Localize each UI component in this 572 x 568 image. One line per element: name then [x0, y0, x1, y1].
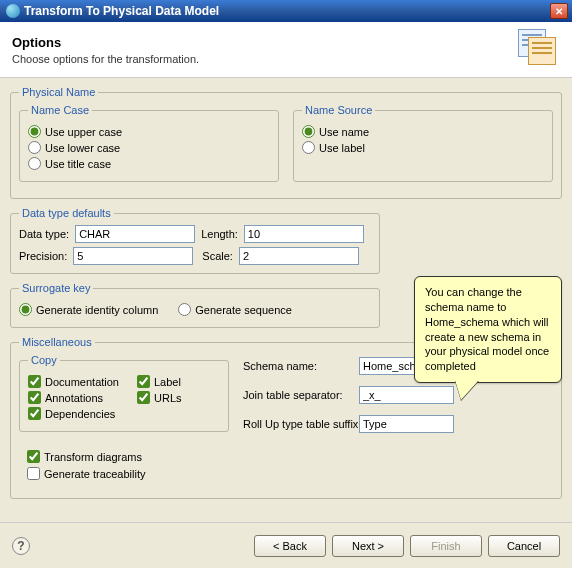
help-icon: ? [17, 539, 24, 553]
data-type-defaults-group: Data type defaults Data type: Length: Pr… [10, 207, 380, 274]
name-case-group: Name Case Use upper case Use lower case … [19, 104, 279, 182]
radio-use-label-label: Use label [319, 142, 365, 154]
back-button[interactable]: < Back [254, 535, 326, 557]
name-case-legend: Name Case [28, 104, 92, 116]
check-transform-diagrams[interactable] [27, 450, 40, 463]
miscellaneous-legend: Miscellaneous [19, 336, 95, 348]
titlebar: Transform To Physical Data Model ✕ [0, 0, 572, 22]
radio-use-name[interactable] [302, 125, 315, 138]
data-type-defaults-legend: Data type defaults [19, 207, 114, 219]
radio-identity-label: Generate identity column [36, 304, 158, 316]
radio-upper-label: Use upper case [45, 126, 122, 138]
scale-label: Scale: [202, 250, 233, 262]
page-subtitle: Choose options for the transformation. [12, 53, 518, 65]
cancel-button[interactable]: Cancel [488, 535, 560, 557]
check-dependencies-label: Dependencies [45, 408, 115, 420]
radio-sequence-label: Generate sequence [195, 304, 292, 316]
check-generate-traceability-label: Generate traceability [44, 468, 146, 480]
check-label[interactable] [137, 375, 150, 388]
app-icon [6, 4, 20, 18]
check-transform-diagrams-label: Transform diagrams [44, 451, 142, 463]
data-type-label: Data type: [19, 228, 69, 240]
page-title: Options [12, 35, 518, 50]
header: Options Choose options for the transform… [0, 22, 572, 78]
radio-use-name-label: Use name [319, 126, 369, 138]
close-icon: ✕ [555, 6, 563, 17]
schema-name-label: Schema name: [243, 360, 353, 372]
join-sep-input[interactable] [359, 386, 454, 404]
check-documentation[interactable] [28, 375, 41, 388]
callout-tooltip: You can change the schema name to Home_s… [414, 276, 562, 383]
help-button[interactable]: ? [12, 537, 30, 555]
rollup-label: Roll Up type table suffix: [243, 418, 353, 430]
precision-label: Precision: [19, 250, 67, 262]
copy-legend: Copy [28, 354, 60, 366]
check-annotations[interactable] [28, 391, 41, 404]
name-source-group: Name Source Use name Use label [293, 104, 553, 182]
header-icon [518, 29, 560, 71]
check-generate-traceability[interactable] [27, 467, 40, 480]
scale-input[interactable] [239, 247, 359, 265]
length-label: Length: [201, 228, 238, 240]
radio-lower-case[interactable] [28, 141, 41, 154]
physical-name-legend: Physical Name [19, 86, 98, 98]
radio-identity-column[interactable] [19, 303, 32, 316]
surrogate-key-group: Surrogate key Generate identity column G… [10, 282, 380, 328]
name-source-legend: Name Source [302, 104, 375, 116]
precision-input[interactable] [73, 247, 193, 265]
window-title: Transform To Physical Data Model [24, 4, 219, 18]
join-sep-label: Join table separator: [243, 389, 353, 401]
data-type-input[interactable] [75, 225, 195, 243]
check-urls-label: URLs [154, 392, 182, 404]
check-label-label: Label [154, 376, 181, 388]
rollup-input[interactable] [359, 415, 454, 433]
footer: ? < Back Next > Finish Cancel [0, 522, 572, 568]
length-input[interactable] [244, 225, 364, 243]
check-dependencies[interactable] [28, 407, 41, 420]
check-annotations-label: Annotations [45, 392, 103, 404]
radio-upper-case[interactable] [28, 125, 41, 138]
radio-title-case[interactable] [28, 157, 41, 170]
next-button[interactable]: Next > [332, 535, 404, 557]
radio-lower-label: Use lower case [45, 142, 120, 154]
radio-sequence[interactable] [178, 303, 191, 316]
finish-button[interactable]: Finish [410, 535, 482, 557]
check-documentation-label: Documentation [45, 376, 119, 388]
close-button[interactable]: ✕ [550, 3, 568, 19]
copy-group: Copy Documentation Annotations Dependenc… [19, 354, 229, 432]
radio-title-label: Use title case [45, 158, 111, 170]
content-area: Physical Name Name Case Use upper case U… [0, 78, 572, 522]
radio-use-label[interactable] [302, 141, 315, 154]
surrogate-key-legend: Surrogate key [19, 282, 93, 294]
check-urls[interactable] [137, 391, 150, 404]
physical-name-group: Physical Name Name Case Use upper case U… [10, 86, 562, 199]
